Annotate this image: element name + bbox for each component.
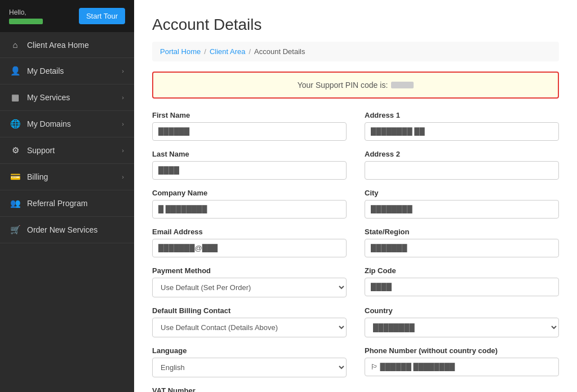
phone-input[interactable] <box>365 358 559 376</box>
email-input[interactable] <box>152 239 347 257</box>
pin-banner: Your Support PIN code is: <box>152 72 559 99</box>
chevron-right-icon: › <box>122 147 124 154</box>
sidebar-item-label: Referral Program <box>27 199 87 208</box>
sidebar-item-referral-program[interactable]: 👥 Referral Program <box>0 190 134 217</box>
payment-method-select[interactable]: Use Default (Set Per Order) <box>152 278 347 297</box>
sidebar-username <box>9 19 43 24</box>
language-group: Language English <box>152 346 347 377</box>
sidebar-header: Hello, Start Tour <box>0 0 134 32</box>
state-region-label: State/Region <box>365 228 559 236</box>
first-name-label: First Name <box>152 111 347 119</box>
page-title: Account Details <box>152 16 559 34</box>
breadcrumb: Portal Home / Client Area / Account Deta… <box>152 42 559 61</box>
country-label: Country <box>365 306 559 315</box>
email-group: Email Address <box>152 228 347 257</box>
chevron-right-icon: › <box>122 121 124 127</box>
email-label: Email Address <box>152 228 347 236</box>
chevron-right-icon: › <box>122 68 124 74</box>
city-input[interactable] <box>365 200 559 219</box>
address2-input[interactable] <box>365 161 559 180</box>
language-select[interactable]: English <box>152 358 347 377</box>
breadcrumb-client-area[interactable]: Client Area <box>210 47 246 56</box>
last-name-label: Last Name <box>152 150 347 158</box>
address1-label: Address 1 <box>365 111 559 119</box>
support-icon: ⚙ <box>10 145 20 155</box>
account-details-form: First Name Address 1 Last Name Address 2… <box>152 111 559 392</box>
city-label: City <box>365 189 559 197</box>
sidebar-item-my-services[interactable]: ▦ My Services › <box>0 84 134 111</box>
state-region-group: State/Region <box>365 228 559 257</box>
cart-icon: 🛒 <box>10 225 20 235</box>
globe-icon: 🌐 <box>10 119 20 129</box>
zip-code-label: Zip Code <box>365 266 559 275</box>
hello-label: Hello, <box>9 8 43 16</box>
sidebar-item-label: Client Area Home <box>27 41 89 50</box>
last-name-input[interactable] <box>152 161 347 180</box>
vat-number-label: VAT Number <box>152 386 347 392</box>
billing-icon: 💳 <box>10 172 20 182</box>
services-icon: ▦ <box>10 92 20 103</box>
company-name-group: Company Name <box>152 189 347 219</box>
phone-label: Phone Number (without country code) <box>365 346 559 355</box>
zip-code-input[interactable] <box>365 278 559 296</box>
payment-method-label: Payment Method <box>152 266 347 275</box>
sidebar-hello: Hello, <box>9 8 43 24</box>
last-name-group: Last Name <box>152 150 347 180</box>
sidebar-item-label: Order New Services <box>27 225 97 234</box>
breadcrumb-portal-home[interactable]: Portal Home <box>160 47 201 56</box>
sidebar-item-support[interactable]: ⚙ Support › <box>0 137 134 164</box>
address1-input[interactable] <box>365 122 559 141</box>
first-name-input[interactable] <box>152 122 347 141</box>
country-group: Country ████████ <box>365 306 559 337</box>
sidebar-item-label: My Services <box>27 93 70 102</box>
sidebar-item-my-domains[interactable]: 🌐 My Domains › <box>0 111 134 137</box>
default-billing-contact-group: Default Billing Contact Use Default Cont… <box>152 306 347 337</box>
main-content: Account Details Portal Home / Client Are… <box>134 0 577 392</box>
pin-value <box>391 82 414 88</box>
breadcrumb-sep-1: / <box>204 47 206 56</box>
city-group: City <box>365 189 559 219</box>
sidebar-item-order-new-services[interactable]: 🛒 Order New Services <box>0 217 134 243</box>
sidebar-item-client-area-home[interactable]: ⌂ Client Area Home <box>0 32 134 58</box>
sidebar: Hello, Start Tour ⌂ Client Area Home 👤 M… <box>0 0 134 392</box>
referral-icon: 👥 <box>10 198 20 208</box>
phone-group: Phone Number (without country code) <box>365 346 559 377</box>
sidebar-item-my-details[interactable]: 👤 My Details › <box>0 58 134 84</box>
first-name-group: First Name <box>152 111 347 141</box>
sidebar-item-label: My Details <box>27 66 64 75</box>
default-billing-contact-select[interactable]: Use Default Contact (Details Above) <box>152 318 347 337</box>
state-region-input[interactable] <box>365 239 559 257</box>
zip-code-group: Zip Code <box>365 266 559 297</box>
start-tour-button[interactable]: Start Tour <box>79 8 125 24</box>
sidebar-item-label: My Domains <box>27 119 71 128</box>
breadcrumb-sep-2: / <box>248 47 251 56</box>
address2-label: Address 2 <box>365 150 559 158</box>
sidebar-item-billing[interactable]: 💳 Billing › <box>0 164 134 190</box>
pin-banner-label: Your Support PIN code is: <box>298 81 388 90</box>
default-billing-contact-label: Default Billing Contact <box>152 306 347 315</box>
vat-number-group: VAT Number <box>152 386 347 392</box>
home-icon: ⌂ <box>10 40 20 50</box>
chevron-right-icon: › <box>122 173 124 180</box>
company-name-label: Company Name <box>152 189 347 197</box>
country-select[interactable]: ████████ <box>365 318 559 337</box>
chevron-right-icon: › <box>122 94 124 101</box>
address1-group: Address 1 <box>365 111 559 141</box>
language-label: Language <box>152 346 347 355</box>
company-name-input[interactable] <box>152 200 347 219</box>
address2-group: Address 2 <box>365 150 559 180</box>
user-icon: 👤 <box>10 66 20 76</box>
sidebar-item-label: Billing <box>27 172 48 181</box>
payment-method-group: Payment Method Use Default (Set Per Orde… <box>152 266 347 297</box>
breadcrumb-current: Account Details <box>254 47 305 56</box>
sidebar-item-label: Support <box>27 146 55 155</box>
